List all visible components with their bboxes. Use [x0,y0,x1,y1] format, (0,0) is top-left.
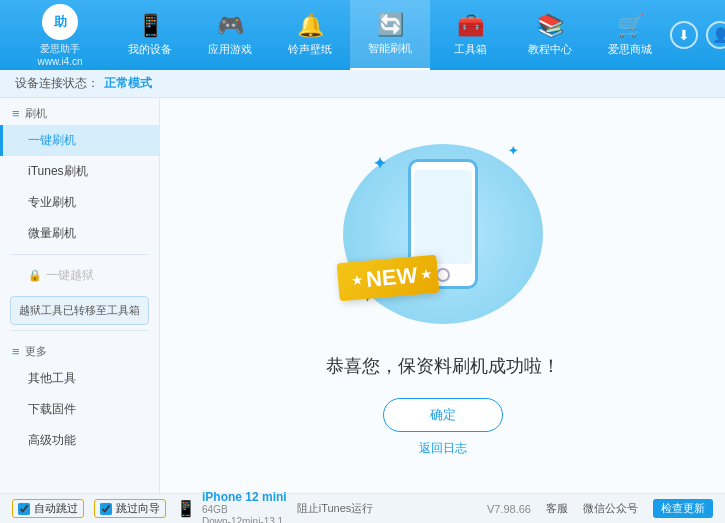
auto-skip-checkbox[interactable]: 自动跳过 [12,499,84,518]
wechat-link[interactable]: 微信公众号 [583,501,638,516]
nav-ringtones[interactable]: 🔔 铃声壁纸 [270,0,350,70]
update-button[interactable]: 检查更新 [653,499,713,518]
logo-icon: 助 [42,4,78,40]
sidebar-item-one-click-flash[interactable]: 一键刷机 [0,125,159,156]
sparkle-icon-2: ✦ [508,144,518,158]
return-log-link[interactable]: 返回日志 [419,440,467,457]
bottom-right: V7.98.66 客服 微信公众号 检查更新 [487,499,713,518]
status-label: 设备连接状态： [15,75,99,92]
sidebar-download-firmware-label: 下载固件 [28,402,76,416]
new-badge: ★ NEW ★ [338,259,438,314]
flash-section-icon: ≡ [12,106,20,121]
sidebar-flash-title: 刷机 [25,106,47,121]
skip-wizard-input[interactable] [100,503,112,515]
sidebar-item-download-firmware[interactable]: 下载固件 [0,394,159,425]
sidebar: ≡ 刷机 一键刷机 iTunes刷机 专业刷机 微量刷机 🔒 一键越狱 越狱工具… [0,98,160,493]
auto-skip-label: 自动跳过 [34,501,78,516]
version-text: V7.98.66 [487,503,531,515]
jailbreak-notice: 越狱工具已转移至工具箱 [10,296,149,325]
main-layout: ≡ 刷机 一键刷机 iTunes刷机 专业刷机 微量刷机 🔒 一键越狱 越狱工具… [0,98,725,493]
skip-wizard-label: 跳过向导 [116,501,160,516]
itunes-status[interactable]: 阻止iTunes运行 [297,501,374,516]
more-section-icon: ≡ [12,344,20,359]
status-value: 正常模式 [104,75,152,92]
nav-tutorial-label: 教程中心 [528,42,572,57]
device-model: Down-12mini-13,1 [202,516,287,524]
device-details: iPhone 12 mini 64GB Down-12mini-13,1 [202,490,287,524]
content-area: ✦ ✦ ✦ ★ NEW ★ 恭喜您，保资料刷机成功啦！ 确定 返回日志 [160,98,725,493]
sidebar-one-click-flash-label: 一键刷机 [28,133,76,147]
nav-tutorial[interactable]: 📚 教程中心 [510,0,590,70]
nav-apps-games[interactable]: 🎮 应用游戏 [190,0,270,70]
device-name: iPhone 12 mini [202,490,287,504]
bottom-left: 自动跳过 跳过向导 📱 iPhone 12 mini 64GB Down-12m… [12,490,373,524]
ribbon: ★ NEW ★ [336,255,439,302]
auto-skip-input[interactable] [18,503,30,515]
sidebar-section-flash-header: ≡ 刷机 [0,98,159,125]
ribbon-star-left: ★ [351,273,363,288]
flash-icon: 🔄 [377,12,404,38]
nav-store-label: 爱思商城 [608,42,652,57]
account-button[interactable]: 👤 [706,21,725,49]
sidebar-micro-flash-label: 微量刷机 [28,226,76,240]
sparkle-icon-1: ✦ [373,154,386,173]
logo-subtitle: 爱思助手 [40,42,80,56]
sidebar-item-pro-flash[interactable]: 专业刷机 [0,187,159,218]
success-text: 恭喜您，保资料刷机成功啦！ [326,354,560,378]
phone-screen [414,170,472,264]
support-link[interactable]: 客服 [546,501,568,516]
download-button[interactable]: ⬇ [670,21,698,49]
nav-items: 📱 我的设备 🎮 应用游戏 🔔 铃声壁纸 🔄 智能刷机 🧰 工具箱 📚 教程中心… [110,0,670,70]
ribbon-star-right: ★ [419,267,431,282]
nav-toolbox-label: 工具箱 [454,42,487,57]
sidebar-item-advanced[interactable]: 高级功能 [0,425,159,456]
sidebar-item-other-tools[interactable]: 其他工具 [0,363,159,394]
ringtones-icon: 🔔 [297,13,324,39]
top-nav: 助 爱思助手 www.i4.cn 📱 我的设备 🎮 应用游戏 🔔 铃声壁纸 🔄 … [0,0,725,70]
device-info: 📱 iPhone 12 mini 64GB Down-12mini-13,1 [176,490,287,524]
nav-smart-flash[interactable]: 🔄 智能刷机 [350,0,430,70]
nav-my-device[interactable]: 📱 我的设备 [110,0,190,70]
nav-my-device-label: 我的设备 [128,42,172,57]
apps-icon: 🎮 [217,13,244,39]
sidebar-section-more-header: ≡ 更多 [0,336,159,363]
sidebar-jailbreak-label: 一键越狱 [46,267,94,284]
jailbreak-notice-text: 越狱工具已转移至工具箱 [19,304,140,316]
lock-icon: 🔒 [28,269,42,282]
nav-store[interactable]: 🛒 爱思商城 [590,0,670,70]
sidebar-divider-1 [10,254,149,255]
nav-apps-games-label: 应用游戏 [208,42,252,57]
nav-ringtones-label: 铃声壁纸 [288,42,332,57]
toolbox-icon: 🧰 [457,13,484,39]
store-icon: 🛒 [617,13,644,39]
skip-wizard-checkbox[interactable]: 跳过向导 [94,499,166,518]
sidebar-more-title: 更多 [25,344,47,359]
sidebar-jailbreak-section: 🔒 一键越狱 [0,260,159,291]
sidebar-itunes-flash-label: iTunes刷机 [28,164,88,178]
logo-url: www.i4.cn [37,56,82,67]
nav-toolbox[interactable]: 🧰 工具箱 [430,0,510,70]
tutorial-icon: 📚 [537,13,564,39]
sidebar-other-tools-label: 其他工具 [28,371,76,385]
sidebar-item-micro-flash[interactable]: 微量刷机 [0,218,159,249]
nav-smart-flash-label: 智能刷机 [368,41,412,56]
sidebar-divider-2 [10,330,149,331]
status-bar: 设备连接状态： 正常模式 [0,70,725,98]
ribbon-text: NEW [364,262,417,292]
sidebar-advanced-label: 高级功能 [28,433,76,447]
confirm-button[interactable]: 确定 [383,398,503,432]
device-storage: 64GB [202,504,287,516]
bottom-bar: 自动跳过 跳过向导 📱 iPhone 12 mini 64GB Down-12m… [0,493,725,523]
phone-icon: 📱 [137,13,164,39]
logo: 助 爱思助手 www.i4.cn [10,4,110,67]
sidebar-pro-flash-label: 专业刷机 [28,195,76,209]
phone-illustration: ✦ ✦ ✦ ★ NEW ★ [333,134,553,334]
nav-right-buttons: ⬇ 👤 [670,21,725,49]
device-icon: 📱 [176,499,196,518]
sidebar-item-itunes-flash[interactable]: iTunes刷机 [0,156,159,187]
